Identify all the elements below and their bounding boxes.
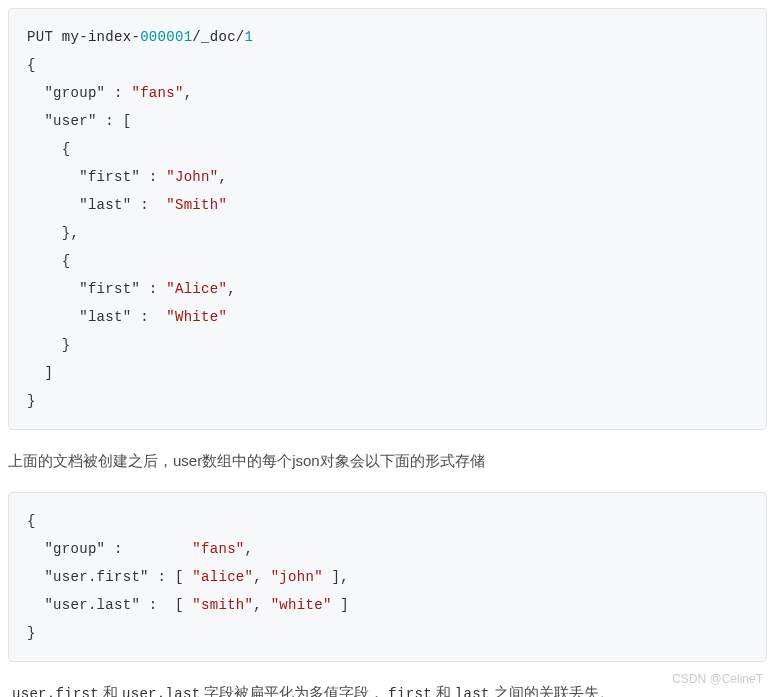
brace: {	[62, 253, 71, 269]
colon: :	[140, 309, 149, 325]
bracket: [	[123, 113, 132, 129]
inline-code: user.first	[8, 685, 103, 698]
bracket: ]	[44, 365, 53, 381]
inline-code: first	[384, 685, 436, 698]
bracket: [	[175, 569, 184, 585]
path-seg: /_doc/	[192, 29, 244, 45]
text: 字段被扁平化为多值字段，	[204, 684, 384, 698]
comma: ,	[71, 225, 80, 241]
comma: ,	[227, 281, 236, 297]
code-block-1: PUT my-index-000001/_doc/1 { "group" : "…	[8, 8, 767, 430]
colon: :	[114, 85, 123, 101]
bracket: ]	[332, 569, 341, 585]
comma: ,	[245, 541, 254, 557]
text: 和	[436, 684, 451, 698]
dash: -	[79, 29, 88, 45]
json-string: "Smith"	[166, 197, 227, 213]
json-key: "user.first"	[44, 569, 148, 585]
json-string: "john"	[271, 569, 323, 585]
json-key: "first"	[79, 169, 140, 185]
brace: }	[62, 225, 71, 241]
code-block-2: { "group" : "fans", "user.first" : [ "al…	[8, 492, 767, 662]
json-string: "Alice"	[166, 281, 227, 297]
json-key: "group"	[44, 85, 105, 101]
index-num: 000001	[140, 29, 192, 45]
json-string: "John"	[166, 169, 218, 185]
colon: :	[149, 597, 158, 613]
paragraph-2: user.first和user.last字段被扁平化为多值字段，first和la…	[8, 680, 767, 698]
index-part: my	[62, 29, 79, 45]
comma: ,	[253, 569, 262, 585]
paragraph-1: 上面的文档被创建之后，user数组中的每个json对象会以下面的形式存储	[8, 448, 767, 474]
json-string: "smith"	[192, 597, 253, 613]
json-string: "White"	[166, 309, 227, 325]
json-key: "last"	[79, 309, 131, 325]
bracket: ]	[340, 597, 349, 613]
comma: ,	[340, 569, 349, 585]
colon: :	[149, 169, 158, 185]
json-key: "last"	[79, 197, 131, 213]
brace: {	[27, 57, 36, 73]
watermark: CSDN @CelineT	[672, 670, 763, 689]
json-string: "alice"	[192, 569, 253, 585]
comma: ,	[218, 169, 227, 185]
json-key: "group"	[44, 541, 105, 557]
colon: :	[140, 197, 149, 213]
json-key: "user"	[44, 113, 96, 129]
doc-id: 1	[245, 29, 254, 45]
dash: -	[131, 29, 140, 45]
index-part: index	[88, 29, 132, 45]
http-method: PUT	[27, 29, 53, 45]
text: 和	[103, 684, 118, 698]
brace: {	[62, 141, 71, 157]
json-string: "white"	[271, 597, 332, 613]
json-key: "first"	[79, 281, 140, 297]
comma: ,	[184, 85, 193, 101]
json-string: "fans"	[131, 85, 183, 101]
brace: }	[27, 625, 36, 641]
colon: :	[158, 569, 167, 585]
inline-code: user.last	[118, 685, 204, 698]
json-key: "user.last"	[44, 597, 140, 613]
colon: :	[114, 541, 123, 557]
colon: :	[149, 281, 158, 297]
text: 之间的关联丢失。	[494, 684, 614, 698]
brace: }	[62, 337, 71, 353]
inline-code: last	[451, 685, 494, 698]
brace: {	[27, 513, 36, 529]
colon: :	[105, 113, 114, 129]
brace: }	[27, 393, 36, 409]
comma: ,	[253, 597, 262, 613]
bracket: [	[175, 597, 184, 613]
json-string: "fans"	[192, 541, 244, 557]
